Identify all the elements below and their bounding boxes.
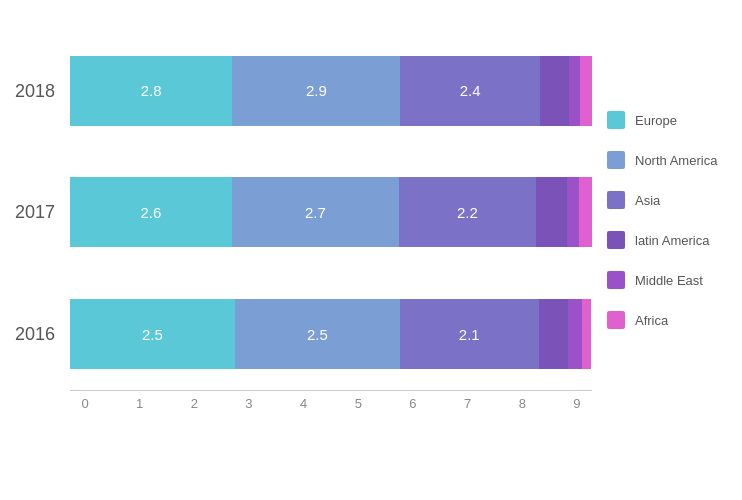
legend-item: Europe xyxy=(607,111,722,129)
bar-wrapper: 2.82.92.4 xyxy=(70,56,592,126)
bar-segment xyxy=(540,56,569,126)
bar-segment xyxy=(569,56,580,126)
x-axis-line xyxy=(70,390,592,391)
legend-label: Middle East xyxy=(635,273,703,288)
bar-segment xyxy=(539,299,569,369)
bar-segment: 2.2 xyxy=(399,177,536,247)
x-axis-label: 2 xyxy=(179,396,209,411)
bar-segment xyxy=(582,299,592,369)
bar-wrapper: 2.52.52.1 xyxy=(70,299,592,369)
x-axis-labels: 0123456789 xyxy=(70,396,592,411)
bar-segment: 2.8 xyxy=(70,56,232,126)
x-axis-label: 9 xyxy=(562,396,592,411)
x-axis-label: 8 xyxy=(507,396,537,411)
legend-item: Asia xyxy=(607,191,722,209)
bar-segment: 2.9 xyxy=(232,56,400,126)
bar-row: 20162.52.52.1 xyxy=(70,289,592,379)
year-label: 2017 xyxy=(15,202,55,223)
x-axis-label: 6 xyxy=(398,396,428,411)
x-axis-label: 7 xyxy=(453,396,483,411)
x-axis-label: 1 xyxy=(125,396,155,411)
bar-segment xyxy=(536,177,567,247)
legend-label: latin America xyxy=(635,233,709,248)
legend-item: North America xyxy=(607,151,722,169)
legend-label: Europe xyxy=(635,113,677,128)
year-label: 2018 xyxy=(15,80,55,101)
x-axis: 0123456789 xyxy=(70,390,592,440)
bar-segment xyxy=(567,177,580,247)
bar-segment xyxy=(579,177,592,247)
legend-label: North America xyxy=(635,153,717,168)
bar-segment: 2.5 xyxy=(70,299,235,369)
x-axis-label: 3 xyxy=(234,396,264,411)
legend-label: Africa xyxy=(635,313,668,328)
bar-segment: 2.7 xyxy=(232,177,399,247)
bar-segment: 2.5 xyxy=(235,299,400,369)
legend-color-box xyxy=(607,311,625,329)
legend-color-box xyxy=(607,271,625,289)
legend-color-box xyxy=(607,151,625,169)
bar-segment: 2.6 xyxy=(70,177,232,247)
bar-row: 20172.62.72.2 xyxy=(70,167,592,257)
legend-item: Middle East xyxy=(607,271,722,289)
legend-color-box xyxy=(607,231,625,249)
legend: EuropeNorth AmericaAsialatin AmericaMidd… xyxy=(592,30,722,440)
bar-row: 20182.82.92.4 xyxy=(70,46,592,136)
bar-wrapper: 2.62.72.2 xyxy=(70,177,592,247)
bar-segment: 2.1 xyxy=(400,299,539,369)
bar-segment xyxy=(580,56,591,126)
legend-label: Asia xyxy=(635,193,660,208)
x-axis-label: 4 xyxy=(289,396,319,411)
legend-color-box xyxy=(607,191,625,209)
chart-container: 20182.82.92.420172.62.72.220162.52.52.1 … xyxy=(0,0,742,500)
bar-segment: 2.4 xyxy=(400,56,539,126)
x-axis-label: 0 xyxy=(70,396,100,411)
x-axis-label: 5 xyxy=(343,396,373,411)
year-label: 2016 xyxy=(15,324,55,345)
chart-rows: 20182.82.92.420172.62.72.220162.52.52.1 … xyxy=(70,30,592,440)
legend-item: latin America xyxy=(607,231,722,249)
bar-segment xyxy=(568,299,581,369)
legend-item: Africa xyxy=(607,311,722,329)
legend-color-box xyxy=(607,111,625,129)
